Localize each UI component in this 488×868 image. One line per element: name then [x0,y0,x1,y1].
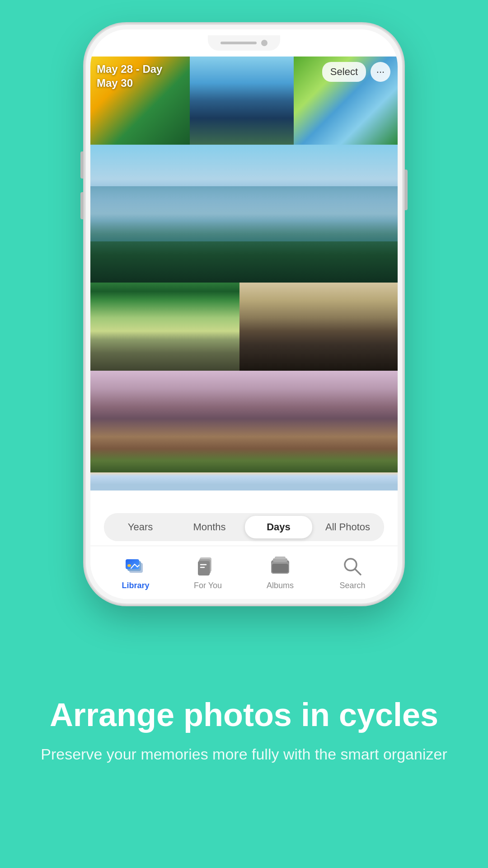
photo-road[interactable] [90,283,239,371]
volume-up-button [80,151,84,179]
select-button[interactable]: Select [322,62,366,82]
promo-subheadline: Preserve your memories more fully with t… [41,744,447,765]
more-button[interactable]: ··· [371,62,390,82]
segment-months[interactable]: Months [176,516,243,538]
nav-search[interactable]: Search [316,555,389,590]
photo-beach[interactable] [90,145,398,283]
photo-row-3 [90,283,398,371]
segment-bar: Years Months Days All Photos [90,509,398,546]
foryou-icon [196,555,220,578]
front-camera [261,40,267,46]
nav-albums-label: Albums [267,581,294,590]
segment-years[interactable]: Years [107,516,174,538]
svg-point-3 [127,564,131,567]
promo-section: Arrange photos in cycles Preserve your m… [14,604,474,868]
photo-dock[interactable] [190,57,294,145]
nav-albums[interactable]: Albums [244,555,316,590]
power-button [404,170,408,210]
promo-headline: Arrange photos in cycles [50,697,438,733]
bottom-nav: Library For You [90,546,398,599]
nav-library[interactable]: Library [99,555,172,590]
volume-down-button [80,192,84,219]
photo-grid-area: May 28 - Day May 30 Select ··· [90,57,398,509]
svg-rect-6 [198,561,210,576]
nav-foryou-label: For You [194,581,222,590]
phone-frame: May 28 - Day May 30 Select ··· [86,25,402,604]
phone-screen: May 28 - Day May 30 Select ··· [90,29,398,599]
albums-icon [268,555,292,578]
svg-line-15 [355,569,361,575]
nav-library-label: Library [122,581,149,590]
segment-control: Years Months Days All Photos [104,513,384,541]
date-label: May 28 - Day May 30 [97,62,162,90]
phone-device: May 28 - Day May 30 Select ··· [86,25,402,604]
svg-rect-2 [126,559,139,569]
header-bar: Select ··· [315,57,398,87]
search-icon [341,555,364,578]
library-icon [124,555,147,578]
notch [208,35,280,51]
nav-search-label: Search [339,581,365,590]
photo-tree[interactable] [239,283,398,371]
notch-bar [221,42,257,44]
photo-mountains[interactable] [90,371,398,491]
status-bar [90,29,398,57]
segment-allphotos[interactable]: All Photos [314,516,381,538]
svg-rect-13 [272,564,288,573]
segment-days[interactable]: Days [245,516,312,538]
nav-foryou[interactable]: For You [172,555,244,590]
svg-rect-12 [275,557,286,559]
